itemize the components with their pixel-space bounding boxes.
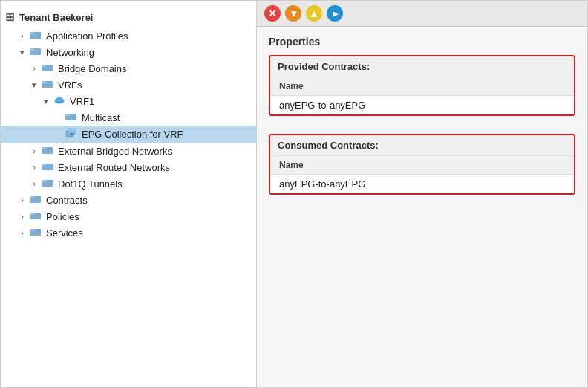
folder-icon-app-profiles <box>29 30 42 42</box>
folder-icon-contracts <box>29 194 42 206</box>
svg-rect-3 <box>30 48 34 51</box>
arrow-services: › <box>17 228 27 237</box>
label-vrfs: VRFs <box>58 80 82 91</box>
folder-icon-services <box>29 227 42 239</box>
svg-rect-5 <box>42 65 46 67</box>
folder-icon-policies <box>29 210 42 222</box>
folder-icon-dot1q-tunnels <box>41 178 54 190</box>
arrow-contracts: › <box>17 195 27 204</box>
folder-icon-multicast <box>65 111 78 123</box>
warning-button[interactable]: ▲ <box>306 5 322 22</box>
label-app-profiles: Application Profiles <box>46 30 128 42</box>
consumed-col-name: Name <box>270 156 574 175</box>
folder-icon-external-routed <box>41 161 54 173</box>
arrow-dot1q-tunnels: › <box>29 179 39 188</box>
properties-section: Properties Provided Contracts: Name anyE… <box>257 27 587 222</box>
label-external-routed: External Routed Networks <box>58 162 170 173</box>
label-bridge-domains: Bridge Domains <box>58 63 127 74</box>
svg-point-11 <box>56 97 62 102</box>
nav-button[interactable]: ▸ <box>327 5 343 22</box>
tree-item-multicast[interactable]: Multicast <box>1 109 256 126</box>
properties-title: Properties <box>269 36 575 48</box>
svg-rect-29 <box>30 229 34 231</box>
consumed-contracts-row: anyEPG-to-anyEPG <box>270 175 574 194</box>
consumed-contracts-box: Consumed Contracts: Name anyEPG-to-anyEP… <box>269 134 575 195</box>
consumed-contracts-table: Name anyEPG-to-anyEPG <box>270 156 574 193</box>
provided-col-name: Name <box>270 77 574 96</box>
label-vrf1: VRF1 <box>70 96 94 107</box>
left-nav-panel: ⊞ Tenant Baekerei ›Application Profiles▾… <box>1 1 257 387</box>
consumed-contracts-label: Consumed Contracts: <box>278 140 382 151</box>
info-button[interactable]: ▾ <box>285 5 301 22</box>
label-contracts: Contracts <box>46 195 88 206</box>
tree-item-epg-collection[interactable]: EPG Collection for VRF <box>1 126 256 143</box>
svg-rect-23 <box>42 180 46 182</box>
delete-button[interactable]: ✕ <box>264 5 281 22</box>
folder-icon-bridge-domains <box>41 62 54 74</box>
tree-item-networking[interactable]: ▾Networking <box>1 44 256 60</box>
label-policies: Policies <box>46 211 79 222</box>
tenant-grid-icon: ⊞ <box>5 10 15 24</box>
tree-container: ›Application Profiles▾Networking›Bridge … <box>1 28 256 241</box>
arrow-networking: ▾ <box>17 48 27 57</box>
tree-item-contracts[interactable]: ›Contracts <box>1 192 256 208</box>
cloud-icon-vrf1 <box>53 95 66 107</box>
tree-item-app-profiles[interactable]: ›Application Profiles <box>1 28 256 44</box>
svg-rect-1 <box>30 32 34 34</box>
tree-item-services[interactable]: ›Services <box>1 224 256 241</box>
arrow-vrfs: ▾ <box>29 80 39 90</box>
tenant-header[interactable]: ⊞ Tenant Baekerei <box>1 7 256 28</box>
svg-rect-16 <box>70 132 74 133</box>
svg-rect-21 <box>42 164 46 166</box>
provided-contracts-header: Provided Contracts: <box>270 56 574 77</box>
tenant-label: Tenant Baekerei <box>19 12 93 23</box>
consumed-contract-name: anyEPG-to-anyEPG <box>270 175 574 194</box>
arrow-bridge-domains: › <box>29 64 39 73</box>
provided-contracts-label: Provided Contracts: <box>278 61 382 72</box>
provided-contracts-row: anyEPG-to-anyEPG <box>270 96 574 115</box>
label-epg-collection: EPG Collection for VRF <box>82 129 183 140</box>
label-networking: Networking <box>46 47 94 58</box>
tree-item-policies[interactable]: ›Policies <box>1 208 256 224</box>
folder-icon-networking <box>29 46 42 58</box>
folder-icon-vrfs <box>41 79 54 91</box>
arrow-external-routed: › <box>29 163 39 172</box>
right-panel: ✕ ▾ ▲ ▸ Properties Provided Contracts: N… <box>257 1 587 387</box>
svg-rect-7 <box>42 81 46 83</box>
toolbar: ✕ ▾ ▲ ▸ <box>257 1 587 27</box>
provided-contracts-box: Provided Contracts: Name anyEPG-to-anyEP… <box>269 55 575 116</box>
arrow-external-bridged: › <box>29 146 39 155</box>
label-services: Services <box>46 227 83 239</box>
provided-contract-name: anyEPG-to-anyEPG <box>270 96 574 115</box>
tree-item-bridge-domains[interactable]: ›Bridge Domains <box>1 60 256 77</box>
label-external-bridged: External Bridged Networks <box>58 146 172 157</box>
svg-rect-17 <box>70 134 74 135</box>
tree-item-external-bridged[interactable]: ›External Bridged Networks <box>1 143 256 159</box>
svg-rect-13 <box>65 114 70 116</box>
svg-rect-27 <box>30 213 34 215</box>
folder-icon-external-bridged <box>41 145 54 157</box>
svg-rect-19 <box>42 147 46 149</box>
tree-item-vrf1[interactable]: ▾VRF1 <box>1 93 256 109</box>
label-dot1q-tunnels: Dot1Q Tunnels <box>58 178 122 190</box>
epg-icon-epg-collection <box>65 128 78 140</box>
tree-item-dot1q-tunnels[interactable]: ›Dot1Q Tunnels <box>1 175 256 192</box>
svg-rect-25 <box>30 196 34 198</box>
arrow-vrf1: ▾ <box>41 97 51 106</box>
arrow-app-profiles: › <box>17 31 27 40</box>
tree-item-external-routed[interactable]: ›External Routed Networks <box>1 159 256 175</box>
tree-item-vrfs[interactable]: ▾VRFs <box>1 77 256 93</box>
arrow-policies: › <box>17 212 27 221</box>
consumed-contracts-header: Consumed Contracts: <box>270 135 574 156</box>
label-multicast: Multicast <box>82 112 120 123</box>
provided-contracts-table: Name anyEPG-to-anyEPG <box>270 77 574 114</box>
